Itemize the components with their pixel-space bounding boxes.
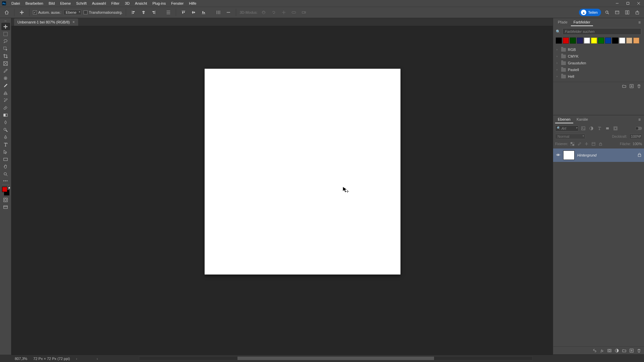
edit-toolbar-icon[interactable]: ••• bbox=[1, 178, 10, 184]
tab-channels[interactable]: Kanäle bbox=[574, 116, 591, 123]
link-layers-icon[interactable] bbox=[592, 348, 598, 354]
swatch-chip[interactable] bbox=[598, 38, 604, 44]
menu-layer[interactable]: Ebene bbox=[57, 0, 73, 7]
lock-artboard-icon[interactable] bbox=[591, 141, 596, 146]
distribute-v-icon[interactable] bbox=[214, 8, 222, 16]
window-maximize-button[interactable] bbox=[623, 0, 633, 7]
arrange-documents-icon[interactable] bbox=[613, 8, 621, 16]
move-tool[interactable] bbox=[1, 23, 10, 30]
align-vcenter-icon[interactable] bbox=[190, 8, 198, 16]
panel-menu-icon[interactable]: ≡ bbox=[637, 117, 642, 122]
swatch-chip[interactable] bbox=[584, 38, 590, 44]
distribute-icon[interactable] bbox=[164, 8, 172, 16]
align-bottom-icon[interactable] bbox=[200, 8, 208, 16]
default-colors-icon[interactable] bbox=[7, 186, 10, 189]
foreground-color-swatch[interactable] bbox=[2, 187, 7, 192]
layer-name[interactable]: Hintergrund bbox=[577, 153, 596, 157]
window-minimize-button[interactable] bbox=[612, 0, 623, 7]
folder-icon[interactable] bbox=[621, 83, 627, 89]
trash-icon[interactable] bbox=[636, 348, 642, 354]
color-swatches[interactable] bbox=[1, 186, 10, 196]
layer-mask-icon[interactable] bbox=[606, 348, 612, 354]
align-hcenter-icon[interactable] bbox=[140, 8, 148, 16]
menu-edit[interactable]: Bearbeiten bbox=[23, 0, 46, 7]
swatch-folder[interactable]: ›Pastell bbox=[554, 66, 643, 73]
eraser-tool[interactable] bbox=[1, 104, 10, 111]
swatch-chip[interactable] bbox=[591, 38, 597, 44]
layer-row[interactable]: Hintergrund bbox=[553, 148, 644, 162]
layers-empty-area[interactable] bbox=[553, 162, 644, 346]
align-right-icon[interactable] bbox=[150, 8, 158, 16]
hand-tool[interactable] bbox=[1, 163, 10, 170]
lock-pixels-icon[interactable] bbox=[577, 141, 582, 146]
fill-input[interactable]: 100% bbox=[633, 142, 642, 146]
gradient-tool[interactable] bbox=[1, 111, 10, 119]
path-select-tool[interactable] bbox=[1, 148, 10, 156]
workspace-switcher-icon[interactable] bbox=[623, 8, 631, 16]
dodge-tool[interactable] bbox=[1, 126, 10, 133]
visibility-icon[interactable] bbox=[556, 153, 560, 157]
swatch-folder[interactable]: ›RGB bbox=[554, 46, 643, 53]
quickmask-icon[interactable] bbox=[1, 196, 10, 203]
swatch-chip[interactable] bbox=[570, 38, 576, 44]
filter-type-icon[interactable] bbox=[596, 125, 603, 131]
info-chevron-icon[interactable]: › bbox=[76, 357, 77, 361]
layer-filter-select[interactable]: Art bbox=[555, 125, 579, 131]
blend-mode-select[interactable]: Normal bbox=[555, 134, 585, 139]
menu-image[interactable]: Bild bbox=[46, 0, 57, 7]
type-tool[interactable] bbox=[1, 141, 10, 148]
swatch-chip[interactable] bbox=[612, 38, 618, 44]
pen-tool[interactable] bbox=[1, 133, 10, 141]
window-close-button[interactable] bbox=[633, 0, 644, 7]
menu-type[interactable]: Schrift bbox=[73, 0, 89, 7]
panel-menu-icon[interactable]: ≡ bbox=[637, 20, 642, 25]
horizontal-scrollbar[interactable] bbox=[139, 356, 533, 360]
lock-position-icon[interactable] bbox=[584, 141, 589, 146]
tab-layers[interactable]: Ebenen bbox=[555, 116, 573, 123]
document-info[interactable]: 72 Px × 72 Px (72 ppi) bbox=[33, 357, 70, 361]
lock-transparency-icon[interactable] bbox=[570, 141, 575, 146]
filter-shape-icon[interactable] bbox=[604, 125, 611, 131]
opacity-input[interactable]: 100% bbox=[629, 134, 642, 139]
transform-controls-checkbox[interactable]: Transformationsstrg. bbox=[84, 10, 122, 14]
swatch-folder[interactable]: ›Graustufen bbox=[554, 60, 643, 66]
share-button[interactable]: ▲ Teilen bbox=[579, 9, 601, 16]
swatch-chip[interactable] bbox=[619, 38, 625, 44]
swatch-folder[interactable]: ›Hell bbox=[554, 73, 643, 80]
menu-select[interactable]: Auswahl bbox=[89, 0, 109, 7]
more-align-icon[interactable] bbox=[224, 8, 232, 16]
tab-swatches[interactable]: Farbfelder bbox=[571, 19, 593, 26]
object-select-tool[interactable] bbox=[1, 45, 10, 52]
brush-tool[interactable] bbox=[1, 82, 10, 89]
lock-icon[interactable] bbox=[638, 153, 641, 158]
menu-view[interactable]: Ansicht bbox=[132, 0, 150, 7]
auto-select-checkbox[interactable]: Autom. ausw.: bbox=[33, 10, 61, 14]
zoom-tool[interactable] bbox=[1, 170, 10, 178]
eyedropper-tool[interactable] bbox=[1, 67, 10, 74]
menu-help[interactable]: Hilfe bbox=[186, 0, 199, 7]
swatch-chip[interactable] bbox=[633, 38, 639, 44]
align-left-icon[interactable] bbox=[129, 8, 138, 16]
swatch-folder[interactable]: ›CMYK bbox=[554, 53, 643, 60]
swatch-chip[interactable] bbox=[577, 38, 583, 44]
close-icon[interactable]: × bbox=[72, 20, 75, 24]
layer-fx-icon[interactable]: fx bbox=[599, 348, 605, 354]
swatch-chip[interactable] bbox=[605, 38, 611, 44]
rectangle-tool[interactable] bbox=[1, 156, 10, 163]
tab-paths[interactable]: Pfade bbox=[555, 19, 570, 26]
menu-filter[interactable]: Filter bbox=[109, 0, 122, 7]
swatch-chip[interactable] bbox=[556, 38, 562, 44]
filter-pixel-icon[interactable] bbox=[580, 125, 587, 131]
export-icon[interactable] bbox=[633, 8, 641, 16]
home-button[interactable] bbox=[3, 8, 11, 16]
trash-icon[interactable] bbox=[636, 83, 642, 89]
document-tab[interactable]: Unbenannt-1 bei 807% (RGB/8) × bbox=[14, 18, 78, 26]
canvas[interactable] bbox=[205, 69, 400, 275]
zoom-level[interactable]: 807,3% bbox=[15, 357, 27, 361]
move-tool-icon[interactable] bbox=[18, 8, 26, 16]
swatch-chip[interactable] bbox=[563, 38, 569, 44]
blur-tool[interactable] bbox=[1, 119, 10, 126]
auto-select-target-select[interactable]: Ebene bbox=[63, 10, 82, 15]
new-layer-icon[interactable] bbox=[629, 348, 635, 354]
menu-plugins[interactable]: Plug-ins bbox=[150, 0, 168, 7]
